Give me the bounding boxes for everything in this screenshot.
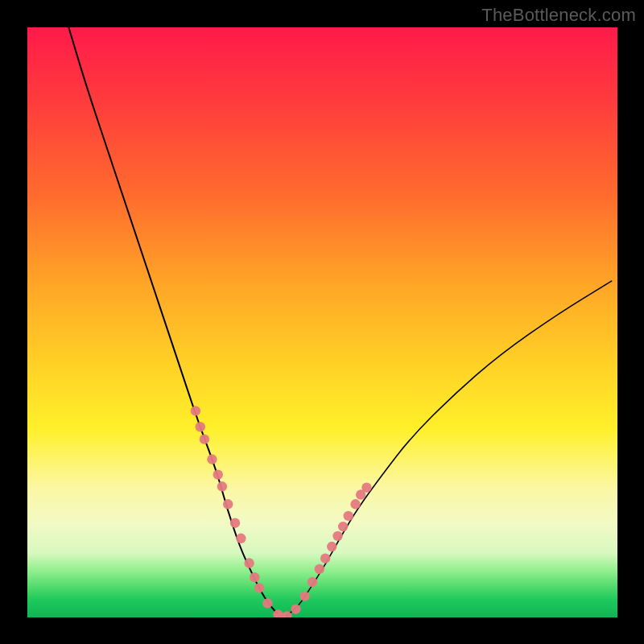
data-dot: [291, 605, 300, 614]
data-dot: [217, 481, 227, 491]
data-dot: [196, 422, 205, 431]
data-dot: [315, 564, 324, 574]
curve-layer: [27, 27, 617, 617]
plot-area: [27, 27, 617, 617]
data-dot: [308, 577, 317, 587]
data-dot: [320, 554, 330, 564]
data-dot: [338, 522, 348, 531]
data-dot: [262, 598, 272, 608]
chart-frame: TheBottleneck.com: [0, 0, 644, 644]
data-dot: [361, 483, 371, 493]
data-dot: [254, 583, 264, 592]
dots-group: [191, 406, 372, 617]
data-dot: [191, 406, 200, 415]
data-dot: [250, 572, 259, 582]
curve-left-branch: [68, 27, 281, 617]
curve-right-branch: [281, 281, 611, 617]
curve-right-path: [281, 281, 611, 617]
data-dot: [344, 511, 353, 521]
data-dot: [332, 531, 342, 541]
watermark-text: TheBottleneck.com: [481, 5, 636, 26]
data-dot: [223, 499, 233, 509]
data-dot: [244, 558, 254, 568]
data-dot: [213, 469, 223, 479]
data-dot: [350, 499, 360, 509]
data-dot: [207, 454, 217, 464]
data-dot: [327, 542, 336, 551]
data-dot: [230, 518, 240, 528]
data-dot: [200, 434, 209, 444]
data-dot: [236, 534, 246, 543]
curve-left-path: [68, 27, 281, 617]
data-dot: [299, 591, 309, 601]
